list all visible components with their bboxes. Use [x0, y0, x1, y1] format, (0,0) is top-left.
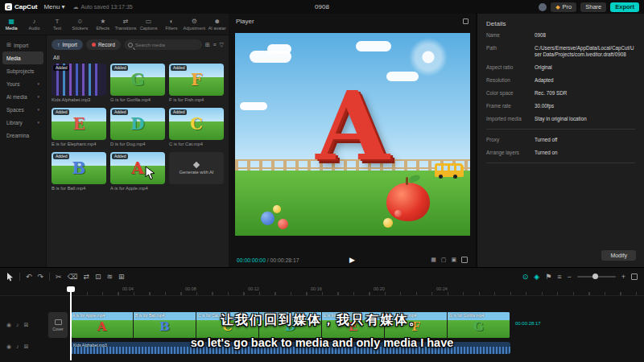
tab-filters[interactable]: ◐Filters [160, 18, 183, 31]
tab-ai-avatar[interactable]: ☻AI avatar [206, 18, 229, 31]
media-item-video[interactable]: DAdded D is for Dog.mp4 [110, 108, 165, 146]
section-label: All [47, 52, 229, 62]
tab-effects[interactable]: ★Effects [92, 18, 114, 31]
magnetic-snap-icon[interactable]: ⊙ [522, 273, 529, 281]
total-duration: 00:00:28:17 [270, 257, 299, 263]
timeline-clip[interactable]: A is for Apple.mp4A [71, 312, 134, 338]
split-icon[interactable]: ✂ [56, 273, 62, 281]
grid-view-icon[interactable]: ⊞ [205, 42, 210, 48]
user-avatar[interactable] [539, 3, 547, 11]
tab-captions[interactable]: ▭Captions [137, 18, 159, 31]
search-input[interactable] [135, 43, 198, 47]
menu-button[interactable]: Menu ▾ [43, 3, 64, 10]
audio-clip[interactable]: Kids Alphabet.mp3 [71, 342, 510, 354]
chevron-down-icon: ▾ [37, 120, 39, 125]
link-preview-icon[interactable]: ◈ [534, 273, 539, 281]
export-button[interactable]: Export [610, 2, 639, 12]
fullscreen-icon[interactable] [461, 257, 468, 263]
select-tool-icon[interactable] [6, 273, 14, 282]
list-view-icon[interactable]: ≡ [213, 42, 217, 48]
timeline-clip[interactable]: E is for Elephant.mp4E [322, 312, 385, 338]
tab-text[interactable]: TText [46, 18, 68, 31]
search-icon [128, 43, 133, 47]
media-item-video[interactable]: EAdded E is for Elephant.mp4 [52, 108, 106, 146]
tab-stickers[interactable]: ☺Stickers [68, 18, 91, 31]
tab-audio[interactable]: ♪Audio [23, 18, 45, 31]
lock-track-icon[interactable]: ⊠ [24, 343, 29, 350]
cover-button[interactable]: Cover [48, 312, 68, 338]
play-button[interactable]: ▶ [349, 256, 355, 264]
sidebar-item-media[interactable]: Media [2, 51, 43, 64]
sidebar-item-dreamina[interactable]: Dreamina [2, 129, 43, 142]
generate-with-ai-tile[interactable]: Generate with AI [169, 152, 224, 184]
pro-button[interactable]: ◆ Pro [551, 2, 576, 12]
sidebar-item-library[interactable]: Library▾ [2, 116, 43, 129]
import-button[interactable]: ↑Import [52, 39, 83, 50]
search-box[interactable] [124, 39, 202, 50]
audio-thumbnail: Added [52, 64, 106, 96]
tab-media[interactable]: ▦Media [0, 18, 23, 31]
media-item-video[interactable]: BAdded B is for Ball.mp4 [52, 152, 106, 191]
cloud-graphic [386, 72, 419, 81]
ratio-icon[interactable]: ▢ [441, 257, 447, 263]
media-item-video[interactable]: CAdded C is for Cat.mp4 [169, 108, 224, 146]
undo-icon[interactable]: ↶ [26, 273, 32, 281]
apple-graphic [386, 183, 430, 221]
sidebar-item-import[interactable]: ⊞Import [2, 39, 43, 51]
mute-track-icon[interactable]: ♪ [16, 322, 19, 328]
timeline-clip[interactable]: F is for Fish.mp4F [385, 312, 448, 338]
hide-track-icon[interactable]: ◉ [6, 343, 11, 350]
autosave-label: Auto saved 13:17:35 [80, 4, 132, 10]
expand-player-icon[interactable] [463, 19, 469, 24]
speed-icon[interactable]: ≋ [106, 273, 113, 281]
sidebar-item-ai-media[interactable]: AI media▾ [2, 90, 43, 103]
fit-timeline-icon[interactable] [631, 274, 638, 280]
video-thumbnail: FAdded [169, 64, 224, 96]
track-options-icon[interactable]: ≡ [557, 273, 561, 281]
hide-track-icon[interactable]: ◉ [6, 322, 11, 328]
tab-adjustment[interactable]: ⚙Adjustment [183, 18, 205, 31]
record-button[interactable]: Record [86, 39, 121, 50]
sidebar-item-label: AI media [6, 94, 27, 100]
timeline-ruler[interactable]: 00:04 00:08 00:12 00:16 00:20 00:24 [0, 286, 644, 296]
timeline-clip[interactable]: G is for Gorilla.mp4G [448, 312, 510, 338]
timeline-zoom-slider[interactable] [577, 276, 616, 278]
video-thumbnail: EAdded [52, 108, 106, 140]
timeline-clip[interactable]: C is for Cat.mp4C [196, 312, 259, 338]
mute-track-icon[interactable]: ♪ [16, 343, 19, 350]
media-item-generate[interactable]: Generate with AI [169, 152, 224, 191]
modify-button[interactable]: Modify [601, 250, 636, 261]
media-item-video[interactable]: AAdded A is for Apple.mp4 [110, 152, 165, 191]
detail-value: 0908 [535, 32, 635, 39]
video-preview[interactable]: A [235, 33, 470, 236]
sidebar-item-yours[interactable]: Yours▾ [2, 77, 43, 90]
mirror-preview-icon[interactable]: ▦ [431, 257, 436, 263]
mirror-icon[interactable]: ⇄ [83, 273, 89, 281]
media-item-audio[interactable]: Added Kids Alphabet.mp3 [52, 64, 106, 102]
clip-name: G is for Gorilla.mp4 [449, 313, 508, 319]
redo-icon[interactable]: ↷ [38, 273, 44, 281]
sidebar-item-label: Media [6, 56, 21, 61]
timeline-clip[interactable]: B is for Ball.mp4B [134, 312, 196, 338]
avatar-icon: ☻ [214, 18, 221, 25]
crop-icon[interactable]: ⊡ [95, 273, 101, 281]
quality-icon[interactable]: ▣ [451, 257, 456, 263]
playhead[interactable] [70, 287, 72, 360]
sidebar-item-spaces[interactable]: Spaces▾ [2, 103, 43, 116]
filter-icon[interactable]: ▽ [220, 42, 224, 48]
share-button[interactable]: Share [580, 2, 606, 12]
sidebar-item-subprojects[interactable]: Subprojects [2, 64, 43, 77]
lock-track-icon[interactable]: ⊠ [24, 322, 29, 328]
media-item-video[interactable]: FAdded F is for Fish.mp4 [169, 64, 224, 102]
media-item-video[interactable]: GAdded G is for Gorilla.mp4 [110, 64, 165, 102]
timeline-duration-label: 00:00:28:17 [515, 321, 541, 326]
zoom-in-icon[interactable]: + [621, 273, 625, 281]
tab-transitions[interactable]: ⇄Transitions [114, 18, 137, 31]
marker-flag-icon[interactable]: ⚑ [545, 273, 551, 281]
freeze-frame-icon[interactable]: ⊞ [118, 273, 125, 281]
timeline-clip[interactable]: D is for Dog.mp4D [259, 312, 322, 338]
zoom-knob[interactable] [592, 274, 598, 279]
clip-letter: F [411, 319, 420, 334]
zoom-out-icon[interactable]: − [567, 273, 571, 281]
delete-icon[interactable]: ⌫ [68, 273, 78, 281]
